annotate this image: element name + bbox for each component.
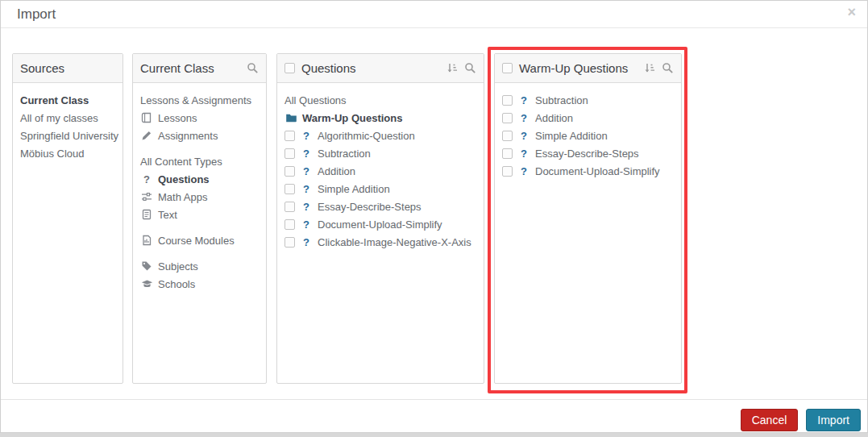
checkbox[interactable]	[284, 184, 295, 194]
checkbox[interactable]	[284, 202, 295, 212]
list-item[interactable]: ?Document-Upload-Simplify	[284, 215, 476, 233]
checkbox[interactable]	[284, 131, 295, 141]
panel-title: Sources	[20, 61, 115, 75]
list-item[interactable]: Course Modules	[140, 231, 259, 249]
search-icon[interactable]	[246, 62, 259, 74]
checkbox[interactable]	[502, 113, 513, 123]
list-item-label: Subtraction	[318, 148, 371, 160]
folder-icon	[284, 112, 297, 123]
list-item[interactable]: ?Questions	[140, 170, 259, 188]
list-item[interactable]: Text	[140, 206, 259, 223]
list-item-label: Addition	[535, 112, 573, 124]
select-all-checkbox[interactable]	[284, 63, 295, 73]
pencil-icon	[140, 130, 153, 141]
question-icon-blue: ?	[517, 94, 530, 106]
dialog-header: Import ×	[1, 1, 867, 28]
warmup-questions-panel: Warm-Up Questions ?Subtraction?Addition?…	[494, 53, 682, 384]
list-item[interactable]: ?Subtraction	[502, 91, 674, 109]
import-dialog: Import × Sources Current ClassAll of my …	[0, 0, 868, 433]
list-item-label: Möbius Cloud	[20, 148, 85, 160]
list-item[interactable]: Math Apps	[140, 188, 259, 206]
list-spacer	[140, 249, 259, 257]
sort-icon[interactable]	[643, 62, 656, 74]
sort-icon[interactable]	[446, 62, 459, 74]
list-item-label: Subjects	[158, 260, 198, 273]
list-spacer	[140, 144, 259, 152]
book-icon	[140, 112, 153, 123]
question-icon-blue: ?	[517, 148, 530, 160]
close-icon[interactable]: ×	[847, 4, 856, 21]
list-item[interactable]: Möbius Cloud	[20, 144, 115, 162]
list-item-label: Course Modules	[158, 235, 235, 247]
checkbox[interactable]	[284, 148, 295, 159]
search-icon[interactable]	[463, 62, 476, 74]
select-all-checkbox[interactable]	[502, 63, 513, 73]
panel-title: Warm-Up Questions	[519, 61, 637, 75]
list-item-label: Document-Upload-Simplify	[318, 218, 442, 231]
list-item-label: Springfield University	[20, 130, 118, 142]
graduation-cap-icon	[140, 278, 153, 289]
checkbox[interactable]	[502, 131, 513, 141]
question-icon-blue: ?	[517, 165, 530, 177]
tag-icon	[140, 260, 153, 272]
text-file-icon	[140, 209, 153, 220]
checkbox[interactable]	[284, 166, 295, 177]
list-item[interactable]: ?Document-Upload-Simplify	[502, 162, 674, 180]
warmup-list: ?Subtraction?Addition?Simple Addition?Es…	[495, 83, 681, 180]
list-item-label: Essay-Describe-Steps	[318, 201, 422, 213]
list-item-label: Document-Upload-Simplify	[535, 165, 660, 177]
course-module-icon	[140, 235, 153, 246]
question-icon: ?	[140, 173, 153, 185]
question-icon-blue: ?	[300, 148, 313, 160]
list-item-label: Clickable-Image-Negative-X-Axis	[318, 236, 471, 248]
list-item[interactable]: Springfield University	[20, 127, 115, 144]
sources-list: Current ClassAll of my classesSpringfiel…	[13, 83, 123, 162]
list-item[interactable]: Current Class	[20, 91, 115, 109]
list-item[interactable]: All of my classes	[20, 109, 115, 127]
list-item[interactable]: ?Addition	[502, 109, 674, 127]
list-item-label: Essay-Describe-Steps	[535, 148, 639, 160]
panel-title: Current Class	[140, 61, 239, 75]
checkbox[interactable]	[284, 237, 295, 248]
footer: Cancel Import	[741, 409, 861, 431]
list-item[interactable]: ?Subtraction	[284, 144, 476, 162]
list-item-label: Lessons & Assignments	[140, 94, 251, 106]
list-item[interactable]: ?Simple Addition	[284, 180, 476, 198]
checkbox[interactable]	[502, 95, 513, 106]
checkbox[interactable]	[502, 148, 513, 159]
import-button[interactable]: Import	[806, 409, 861, 431]
checkbox[interactable]	[284, 219, 295, 230]
question-icon-blue: ?	[300, 201, 313, 213]
list-item-label: All Content Types	[140, 156, 222, 168]
list-item[interactable]: ?Simple Addition	[502, 127, 674, 144]
list-item-label: Text	[158, 209, 177, 221]
list-item[interactable]: Schools	[140, 275, 259, 293]
list-item-label: All Questions	[284, 94, 347, 106]
list-item[interactable]: Lessons	[140, 109, 259, 127]
cancel-button[interactable]: Cancel	[741, 409, 799, 431]
list-item[interactable]: Warm-Up Questions	[284, 109, 476, 127]
list-item-label: All of my classes	[20, 112, 98, 124]
list-item-label: Assignments	[158, 130, 218, 142]
list-item-label: Addition	[318, 165, 355, 177]
list-item-label: Warm-Up Questions	[302, 112, 402, 124]
current-class-list: Lessons & AssignmentsLessonsAssignmentsA…	[133, 83, 266, 293]
questions-panel: Questions All QuestionsWarm-Up Questions…	[276, 53, 484, 384]
sources-panel: Sources Current ClassAll of my classesSp…	[12, 53, 123, 384]
list-item[interactable]: ?Essay-Describe-Steps	[502, 144, 674, 162]
question-icon-blue: ?	[300, 218, 313, 231]
list-item[interactable]: Subjects	[140, 257, 259, 275]
footer-divider	[1, 399, 867, 400]
list-item[interactable]: ?Algorithmic-Question	[284, 127, 476, 144]
list-item-label: Math Apps	[158, 191, 207, 203]
warmup-panel-header: Warm-Up Questions	[495, 54, 681, 83]
checkbox[interactable]	[502, 166, 513, 177]
list-item[interactable]: ?Addition	[284, 162, 476, 180]
list-item[interactable]: Assignments	[140, 127, 259, 144]
list-item[interactable]: ?Essay-Describe-Steps	[284, 198, 476, 215]
list-item-label: Subtraction	[535, 94, 588, 106]
search-icon[interactable]	[661, 62, 674, 74]
list-item-label: Schools	[158, 278, 195, 290]
list-heading: All Content Types	[140, 152, 259, 170]
list-item[interactable]: ?Clickable-Image-Negative-X-Axis	[284, 233, 476, 251]
